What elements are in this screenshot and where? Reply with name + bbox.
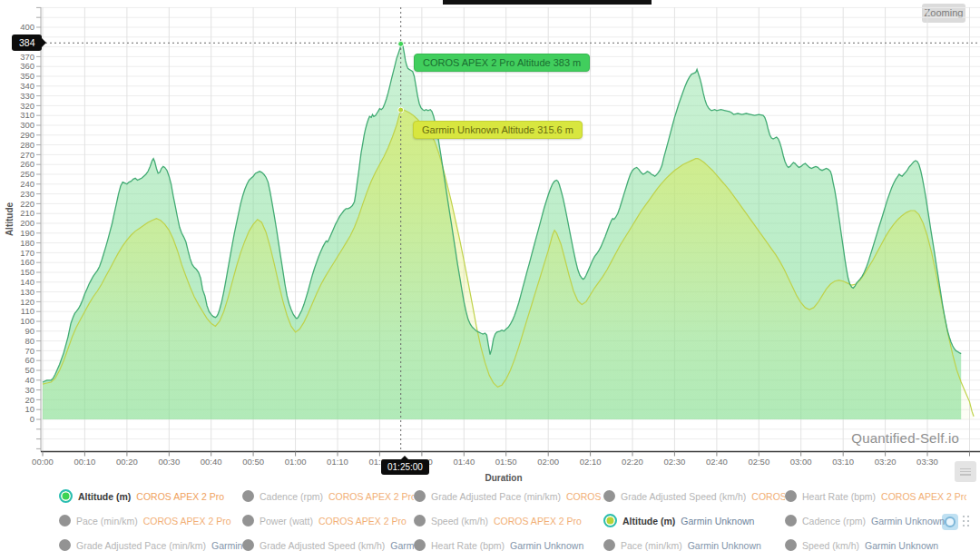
- svg-text:180: 180: [20, 238, 34, 248]
- legend-item-speed-km-h-coros[interactable]: Speed (km/h)COROS APEX 2 Pro: [414, 515, 603, 526]
- svg-text:50: 50: [24, 365, 34, 375]
- legend-item-speed-km-h-garmin[interactable]: Speed (km/h)Garmin Unknown: [785, 539, 966, 551]
- svg-text:70: 70: [24, 346, 34, 356]
- y-axis-title: Altitude: [5, 192, 15, 247]
- legend-device-label: COROS APEX 2 Pro: [136, 491, 224, 502]
- legend-marker-icon: [59, 539, 71, 551]
- legend-metric-label: Grade Adjusted Pace (min/km): [76, 540, 206, 551]
- legend-item-altitude-m-coros[interactable]: Altitude (m)COROS APEX 2 Pro: [59, 489, 242, 503]
- legend-item-grade-adjusted-speed-km-h-garmin[interactable]: Grade Adjusted Speed (km/h)Garmin Unknow…: [242, 539, 414, 551]
- hamburger-icon: [960, 468, 971, 476]
- legend-metric-label: Altitude (m): [622, 516, 675, 526]
- svg-text:02:40: 02:40: [706, 457, 728, 467]
- legend-item-pace-min-km-coros[interactable]: Pace (min/km)COROS APEX 2 Pro: [59, 515, 242, 526]
- svg-text:370: 370: [20, 52, 34, 62]
- svg-text:40: 40: [24, 375, 34, 385]
- legend-marker-icon: [414, 490, 426, 502]
- svg-text:260: 260: [20, 159, 34, 169]
- legend-device-label: COROS APEX 2 Pro: [566, 491, 603, 502]
- legend-metric-label: Cadence (rpm): [802, 516, 866, 526]
- svg-text:01:10: 01:10: [327, 457, 348, 467]
- svg-text:200: 200: [20, 218, 34, 228]
- svg-text:20: 20: [24, 395, 34, 405]
- legend-marker-icon: [414, 515, 426, 526]
- legend-item-power-watt-coros[interactable]: Power (watt)COROS APEX 2 Pro: [242, 515, 414, 526]
- legend-metric-label: Grade Adjusted Pace (min/km): [431, 491, 561, 502]
- svg-text:80: 80: [24, 336, 34, 346]
- svg-text:160: 160: [20, 257, 34, 267]
- legend-item-grade-adjusted-pace-min-km-coros[interactable]: Grade Adjusted Pace (min/km)COROS APEX 2…: [414, 490, 603, 502]
- legend-marker-icon: [414, 539, 426, 551]
- svg-text:310: 310: [20, 110, 34, 120]
- legend-metric-label: Heart Rate (bpm): [431, 540, 505, 551]
- legend-marker-icon: [242, 515, 254, 526]
- legend-marker-icon: [59, 515, 71, 526]
- coros-tooltip: COROS APEX 2 Pro Altitude 383 m: [414, 54, 590, 72]
- watermark: Quantified-Self.io: [851, 430, 959, 446]
- legend-metric-label: Grade Adjusted Speed (km/h): [260, 540, 385, 551]
- legend-marker-icon: [785, 539, 797, 551]
- x-axis-title: Duration: [458, 473, 549, 483]
- legend-device-label: COROS APEX 2 Pro: [494, 516, 582, 526]
- legend-item-cadence-rpm-coros[interactable]: Cadence (rpm)COROS APEX 2 Pro: [242, 490, 414, 502]
- svg-text:220: 220: [20, 199, 34, 209]
- legend-metric-label: Speed (km/h): [431, 516, 488, 526]
- svg-text:400: 400: [20, 22, 34, 32]
- svg-text:00:20: 00:20: [116, 457, 138, 467]
- legend-item-grade-adjusted-pace-min-km-garmin[interactable]: Grade Adjusted Pace (min/km)Garmin Unkno…: [59, 539, 242, 551]
- legend-metric-label: Speed (km/h): [802, 540, 859, 551]
- legend-device-label: COROS APEX 2 Pro: [318, 516, 407, 526]
- legend-device-label: Garmin Unknown: [390, 540, 414, 551]
- legend-item-pace-min-km-garmin[interactable]: Pace (min/km)Garmin Unknown: [603, 539, 785, 551]
- svg-text:210: 210: [20, 208, 34, 218]
- context-menu-button[interactable]: [955, 461, 976, 482]
- svg-text:03:20: 03:20: [875, 457, 897, 467]
- altitude-chart[interactable]: 0102030405060708090100110120130140150160…: [0, 0, 980, 490]
- legend-metric-label: Pace (min/km): [621, 540, 682, 551]
- svg-text:02:10: 02:10: [580, 457, 602, 467]
- svg-text:02:50: 02:50: [748, 457, 769, 467]
- legend-marker-icon: [785, 490, 797, 502]
- legend-metric-label: Power (watt): [260, 516, 313, 526]
- svg-text:0: 0: [30, 414, 34, 424]
- legend-metric-label: Grade Adjusted Speed (km/h): [621, 491, 746, 502]
- legend-metric-label: Altitude (m): [78, 491, 131, 502]
- garmin-tooltip: Garmin Unknown Altitude 315.6 m: [413, 121, 583, 139]
- legend-marker-icon: [242, 539, 254, 551]
- legend-item-grade-adjusted-speed-km-h-coros[interactable]: Grade Adjusted Speed (km/h)COROS APEX 2 …: [603, 490, 785, 502]
- svg-text:350: 350: [20, 71, 34, 81]
- legend-marker-icon: [603, 490, 615, 502]
- legend-device-label: Garmin Unknown: [688, 540, 761, 551]
- svg-text:00:00: 00:00: [32, 457, 54, 467]
- svg-text:00:40: 00:40: [201, 457, 222, 467]
- legend-metric-label: Cadence (rpm): [260, 491, 323, 502]
- legend-metric-label: Heart Rate (bpm): [802, 491, 876, 502]
- legend-device-label: Garmin Unknown: [211, 540, 242, 551]
- svg-text:330: 330: [20, 91, 34, 101]
- legend-marker-icon: [785, 515, 797, 526]
- svg-text:30: 30: [24, 385, 34, 395]
- svg-text:170: 170: [20, 248, 34, 258]
- svg-text:290: 290: [20, 130, 34, 140]
- svg-text:150: 150: [20, 267, 34, 277]
- legend-item-cadence-rpm-garmin[interactable]: Cadence (rpm)Garmin Unknown: [785, 515, 966, 526]
- svg-text:190: 190: [20, 228, 34, 238]
- svg-text:00:30: 00:30: [158, 457, 180, 467]
- svg-text:60: 60: [24, 355, 34, 365]
- svg-text:00:50: 00:50: [242, 457, 264, 467]
- svg-text:00:10: 00:10: [74, 457, 96, 467]
- svg-text:01:00: 01:00: [285, 457, 307, 467]
- legend-marker-icon: [603, 539, 615, 551]
- chart-page: Zooming 01020304050607080901001101201301…: [0, 0, 980, 551]
- legend-item-heart-rate-bpm-coros[interactable]: Heart Rate (bpm)COROS APEX 2 Pro: [785, 490, 966, 502]
- svg-text:280: 280: [20, 140, 34, 150]
- svg-text:300: 300: [20, 120, 34, 130]
- legend-item-heart-rate-bpm-garmin[interactable]: Heart Rate (bpm)Garmin Unknown: [414, 539, 603, 551]
- svg-text:110: 110: [21, 306, 34, 316]
- svg-text:250: 250: [20, 169, 34, 179]
- legend-marker-active-icon: [59, 489, 73, 503]
- legend-item-altitude-m-garmin[interactable]: Altitude (m)Garmin Unknown: [603, 514, 785, 527]
- svg-text:10: 10: [24, 404, 34, 414]
- svg-text:100: 100: [20, 316, 34, 326]
- legend-device-label: Garmin Unknown: [510, 540, 583, 551]
